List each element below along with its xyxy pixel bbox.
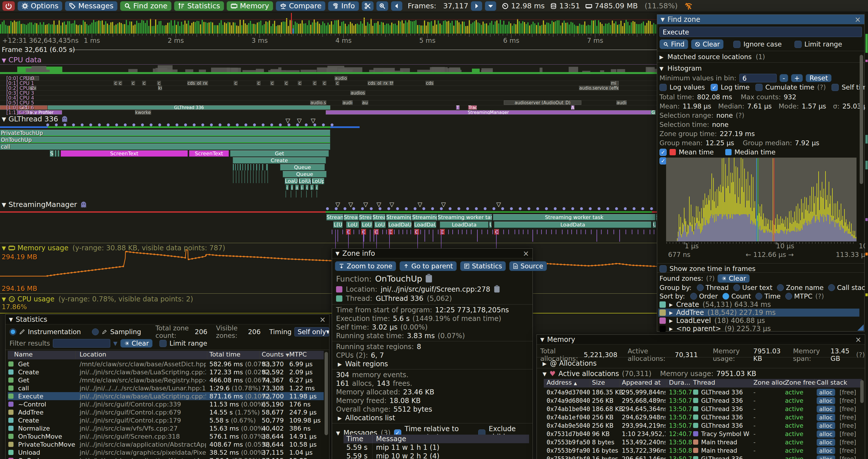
tools-button[interactable] [362, 1, 374, 11]
expand-icon[interactable]: ▶ [669, 326, 673, 332]
table-row[interactable]: 5.59 s mip 10 w 2 h 2 (4) [343, 452, 529, 459]
cpu-segment[interactable]: audio.service (effect) [579, 86, 619, 90]
cpu-segment[interactable]: cds_ol_rx_threa [368, 81, 394, 85]
zone-bar[interactable]: Get [230, 151, 329, 157]
stats-limit-range-checkbox[interactable] [159, 340, 166, 347]
radio-option[interactable]: Zone name [777, 284, 824, 291]
find-zone-scrollbar[interactable] [860, 55, 863, 184]
statistics-titlebar[interactable]: ▼Statistics × [5, 315, 329, 324]
radio-option[interactable]: User text [733, 284, 772, 291]
sampling-radio[interactable] [92, 328, 99, 335]
zone-bar[interactable]: LoadData [494, 222, 651, 228]
alloc-button[interactable]: alloc [816, 438, 835, 446]
zoom-to-zone-button[interactable]: Zoom to zone [335, 261, 396, 271]
col-name[interactable]: Name [14, 351, 33, 358]
allocations-list-expander[interactable]: ▶Allocations list [338, 414, 395, 422]
table-row[interactable]: 5.59 s mip 11 w 1 h 1 (1) [343, 443, 529, 452]
wait-regions-expander[interactable]: ▶Wait regions [338, 360, 388, 368]
memory-usage-plot[interactable] [0, 242, 657, 293]
table-row[interactable]: OnRedraw jni/../jni/src/claw/application… [8, 456, 324, 459]
cpu-segment[interactable]: Trac [468, 105, 477, 110]
cpu-core-row[interactable]: [0:4] CPU 4 [0, 95, 657, 100]
alloc-button[interactable]: alloc [816, 422, 835, 429]
mean-lines-checkbox[interactable]: ✓ [659, 149, 666, 156]
cpu-core-row[interactable]: [0:0] CPU 0 osaudios [0, 76, 657, 80]
table-row[interactable]: 0x74ab1be040 186.68 KB 294,645,364ns 13:… [544, 405, 862, 413]
memory-scrollbar[interactable] [860, 380, 864, 403]
zone-bar[interactable]: LoU [374, 222, 386, 228]
cpu-segment[interactable]: audio. [342, 100, 353, 105]
cpu-segment[interactable]: c [270, 81, 274, 85]
copy-icon[interactable] [494, 286, 499, 293]
zone-bar[interactable]: Streaming worker task [493, 214, 655, 221]
table-row[interactable]: 0x74ab1ef040 256 KB 294,629,948ns 13:50.… [544, 413, 862, 421]
cpu-segment[interactable]: c [234, 81, 238, 85]
zone-bar[interactable] [55, 151, 57, 157]
alloc-button[interactable]: alloc [816, 430, 835, 438]
table-row[interactable]: call jni/../jni/../../../src/claw/base/L… [8, 384, 324, 392]
cpu-plot-header[interactable]: ▼ CPU usage(y-range: 0.78%, visible data… [2, 295, 193, 303]
radio-option[interactable]: MTPC [785, 293, 812, 300]
cumulate-checkbox[interactable] [755, 84, 763, 91]
power-button[interactable] [2, 1, 15, 11]
zone-bar[interactable]: Streaming worker tas [437, 214, 492, 221]
table-row[interactable]: Create jni/../jni/src/guif/Control.cpp:1… [8, 416, 324, 424]
col-zone-alloc[interactable]: Zone alloc [753, 379, 786, 386]
find-zone-histogram[interactable] [666, 158, 857, 244]
close-icon[interactable]: × [523, 249, 529, 258]
info-button[interactable]: Info [328, 1, 359, 11]
cpu-segment[interactable]: audios [335, 76, 347, 80]
resize-grip[interactable] [857, 324, 864, 331]
zone-bar[interactable] [57, 151, 59, 157]
zone-bar[interactable]: Strean [326, 214, 343, 221]
zone-bar[interactable]: call [0, 143, 330, 150]
table-row[interactable]: 0x7531d7b040 96 KB 1:10 234,952,161 12:4… [544, 430, 862, 438]
reset-button[interactable]: Reset [806, 74, 832, 82]
glthread-header[interactable]: ▼GLThread 336 [2, 115, 68, 123]
source-button[interactable]: Source [509, 261, 547, 271]
col-size[interactable]: Size [592, 379, 605, 386]
table-row[interactable]: Get /mnt/e/claw/src/claw/base/AssetDict.… [8, 360, 324, 368]
col-time[interactable]: Time [346, 435, 372, 443]
next-frame-button[interactable] [471, 1, 482, 11]
table-row[interactable]: Create jni/../jni/src/claw/base/LuaScrip… [8, 368, 324, 376]
table-row[interactable]: 0x74a9d37040 186.35 KB 295,999,844ns 13:… [544, 388, 862, 396]
table-row[interactable]: Execute jni/../jni/src/claw/base/LuaScri… [8, 392, 324, 400]
table-row[interactable]: Get /mnt/e/claw/src/claw/base/Registry.h… [8, 376, 324, 384]
col-mtpc[interactable]: MTPC [289, 351, 307, 358]
zone-bar[interactable]: L(U [333, 222, 343, 228]
radio-option[interactable]: Call stacks [828, 284, 868, 291]
col-thread[interactable]: Thread [693, 379, 715, 386]
find-zone-query-input[interactable]: Execute [659, 27, 862, 37]
table-row[interactable]: OnTouchMove jni/../jni/src/guif/Screen.c… [8, 432, 324, 440]
zone-bar[interactable]: LoU [361, 222, 373, 228]
cpu-segment[interactable]: audioserver (AudioOut_D) [504, 100, 581, 105]
messages-button[interactable]: Messages [65, 1, 118, 11]
table-row[interactable]: 0x7553b9fbf0 16 bytes 296,661,146ns 13:5… [544, 455, 862, 459]
frame-range-label[interactable]: Frame 32,661 (6.05 s) [2, 46, 75, 54]
table-row[interactable]: ~Control jni/../jni/src/guif/Control.cpp… [8, 400, 324, 408]
zone-bar[interactable]: Create [232, 157, 326, 164]
table-row[interactable]: AddTree jni/../jni/src/guif/Control.cpp:… [8, 408, 324, 416]
cpu-segment[interactable]: A [571, 105, 575, 110]
main-scrollbar[interactable] [865, 12, 868, 459]
close-icon[interactable]: × [319, 315, 326, 324]
cpu-segment[interactable]: auc [362, 100, 368, 105]
zoom-button[interactable] [376, 1, 388, 11]
ignore-case-checkbox[interactable] [733, 41, 741, 48]
cpu-segment[interactable]: audio [616, 100, 627, 105]
zone-bar[interactable]: LoadDaU [388, 222, 412, 228]
group-lines-checkbox[interactable]: ✓ [659, 157, 666, 164]
frame-time-graph[interactable] [0, 12, 657, 34]
cpu-segment[interactable]: Ti [456, 105, 460, 110]
col-call-stack[interactable]: Call stack [816, 379, 847, 386]
col-counts[interactable]: Counts ▼ [262, 351, 289, 358]
zone-bar[interactable]: LoadDaU [414, 222, 436, 228]
cpu-segment[interactable]: G [651, 110, 655, 114]
table-row[interactable]: Unload jni/../jni/src/claw/graphics/pixe… [8, 448, 324, 456]
cpu-segment[interactable]: kworker/ [135, 110, 151, 114]
found-clear-button[interactable]: Clear [717, 274, 750, 283]
zone-bar[interactable]: S [50, 151, 54, 157]
cpu-core-row[interactable]: [0:1] CPU 1 ccccccds_ol_rx_thrcccccccccd… [0, 81, 657, 85]
close-icon[interactable]: × [855, 15, 861, 24]
